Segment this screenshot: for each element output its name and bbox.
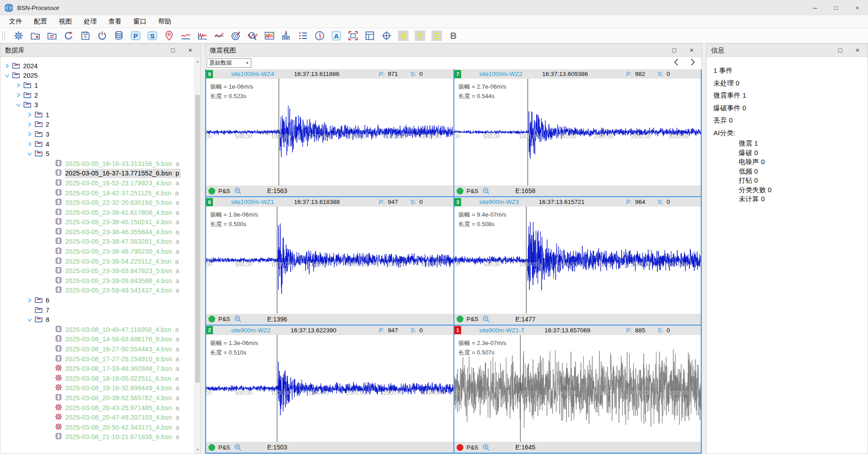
toolbar-drag-handle[interactable] (2, 31, 5, 40)
s-phase-icon[interactable]: S (146, 29, 158, 42)
info-icon[interactable] (313, 29, 326, 42)
ps-label[interactable]: P&S (218, 444, 230, 451)
fit-view-icon[interactable] (347, 29, 359, 42)
tree-file[interactable]: 2025-03-05_23-38-45.150241_4.bsna (0, 218, 200, 227)
data-type-dropdown[interactable]: 原始数据 ▼ (207, 58, 251, 68)
tree-file[interactable]: 2025-03-05_23-59-49.541437_4.bsna (0, 286, 200, 296)
chevron-down-icon[interactable] (27, 151, 33, 157)
menu-item-3[interactable]: 处理 (78, 15, 103, 28)
tree-file[interactable]: 2025-03-08_20-39-52.565782_4.bsna (0, 393, 200, 403)
scrollbar-thumb[interactable] (195, 95, 200, 383)
chevron-right-icon[interactable] (15, 92, 21, 98)
tree-file[interactable]: 2025-03-05_23-38-42.617808_4.bsna (0, 208, 200, 218)
prev-event-button[interactable] (674, 58, 679, 68)
chevron-right-icon[interactable] (4, 63, 10, 69)
chevron-right-icon[interactable] (27, 141, 33, 147)
menu-item-2[interactable]: 视图 (53, 15, 78, 28)
tree-file[interactable]: 2025-03-08_17-27-25.154910_6.bsna (0, 354, 200, 364)
tree-folder-5[interactable]: 5 (0, 149, 200, 159)
tree-file[interactable]: 2025-03-05_23-38-48.795230_4.bsna (0, 246, 200, 256)
zoom-in-icon[interactable] (234, 444, 242, 451)
zoom-in-icon[interactable] (482, 187, 490, 195)
database-icon[interactable] (113, 29, 125, 42)
tree-scrollbar[interactable]: ▲ ▼ (194, 57, 200, 454)
waveform-plot[interactable]: 0.00500.001000.001500.002000.002500.0030… (206, 79, 453, 185)
axis-y-icon[interactable]: Y (414, 29, 426, 42)
settings-icon[interactable] (12, 29, 24, 42)
tree-file[interactable]: 2025-03-08_20-50-42.343171_4.bsna (0, 422, 200, 432)
chevron-right-icon[interactable] (27, 122, 33, 128)
maximize-button[interactable]: □ (826, 0, 847, 15)
chevron-right-icon[interactable] (27, 298, 33, 303)
chevron-down-icon[interactable] (4, 73, 10, 79)
tree-folder-1[interactable]: 1 (0, 110, 200, 120)
tree-file[interactable]: 2025-03-08_21-10-21.671835_6.bsna (0, 432, 200, 442)
p-phase-icon[interactable]: P (129, 29, 142, 42)
tree-file[interactable]: 2025-03-08_20-43-25.971485_4.bsna (0, 403, 200, 413)
info-close-button[interactable]: × (856, 47, 859, 54)
histogram-icon[interactable] (280, 29, 292, 42)
ps-label[interactable]: P&S (467, 316, 478, 322)
tree-folder-2[interactable]: 2 (0, 90, 200, 100)
tree-file[interactable]: 2025-03-05_18-42-37.251125_4.bsna (0, 188, 200, 198)
menu-item-6[interactable]: 帮助 (152, 15, 177, 28)
zoom-in-icon[interactable] (482, 444, 490, 451)
new-folder-icon[interactable] (29, 29, 41, 42)
waveform-plot[interactable]: 0.00500.001000.001500.002000.002500.0030… (206, 207, 453, 313)
chevron-down-icon[interactable] (15, 102, 21, 108)
site-name[interactable]: site1000m-WZ4 (231, 71, 274, 77)
ps-label[interactable]: P&S (467, 188, 478, 194)
tree-file[interactable]: 2025-03-08_16-27-50.554443_4.bsna (0, 344, 200, 354)
zoom-in-icon[interactable] (482, 315, 490, 323)
tree-file[interactable]: 2025-03-08_18-16-05.022511_6.bsna (0, 374, 200, 383)
tree-folder-3[interactable]: 3 (0, 129, 200, 139)
tree-file[interactable]: 2025-03-08_19-16-32.899449_4.bsna (0, 383, 200, 393)
seismic-maximize-button[interactable]: □ (672, 47, 676, 54)
report-icon[interactable] (363, 29, 376, 42)
wave-threshold-icon[interactable] (263, 29, 275, 42)
waveform-plot[interactable]: 0.00500.001000.001500.002000.002500.0030… (454, 335, 701, 442)
tree-file[interactable]: 2025-03-05_16-16-33.313156_5.bsna (0, 159, 200, 169)
axis-x-icon[interactable]: X (397, 29, 409, 42)
ps-label[interactable]: P&S (218, 316, 230, 322)
site-name[interactable]: site900m-WZ1-T (479, 327, 525, 334)
chevron-right-icon[interactable] (27, 112, 33, 118)
ps-label[interactable]: P&S (467, 444, 478, 451)
tree-file[interactable]: 2025-03-05_23-39-05.843588_4.bsna (0, 276, 200, 286)
tree-file[interactable]: 2025-03-05_16-52-23.179923_4.bsna (0, 178, 200, 188)
tree-file[interactable]: 2025-03-08_20-47-49.207103_4.bsna (0, 412, 200, 422)
chevron-right-icon[interactable] (15, 82, 21, 88)
text-annotation-icon[interactable]: A (330, 29, 342, 42)
next-event-button[interactable] (690, 58, 695, 68)
site-name[interactable]: site900m-WZ3 (479, 199, 519, 205)
wave-zoom-icon[interactable] (246, 29, 259, 42)
chevron-down-icon[interactable] (27, 317, 33, 323)
tree-folder-3[interactable]: 3 (0, 100, 200, 110)
tree-folder-6[interactable]: 6 (0, 295, 200, 305)
event-list-icon[interactable] (297, 29, 309, 42)
waveform-smooth-icon[interactable] (179, 29, 192, 42)
seismic-close-button[interactable]: × (690, 47, 693, 54)
minimize-button[interactable]: ─ (804, 0, 826, 15)
info-maximize-button[interactable]: □ (838, 47, 842, 54)
waveform-plot[interactable]: 0.00500.001000.001500.002000.002500.0030… (454, 207, 701, 313)
tree-file[interactable]: 2025-03-05_23-38-46.355844_4.bsna (0, 227, 200, 237)
waveform-plot[interactable]: 0.00500.001000.001500.002000.002500.0030… (206, 335, 453, 442)
close-button[interactable]: × (847, 0, 868, 15)
refresh-icon[interactable] (62, 29, 75, 42)
open-data-icon[interactable] (46, 29, 58, 42)
ps-label[interactable]: P&S (218, 188, 230, 194)
database-maximize-button[interactable]: □ (171, 47, 175, 54)
power-icon[interactable] (96, 29, 108, 42)
chevron-right-icon[interactable] (27, 131, 33, 137)
zoom-in-icon[interactable] (234, 315, 242, 323)
tree-folder-1[interactable]: 1 (0, 80, 200, 90)
tree-folder-8[interactable]: 8 (0, 315, 200, 325)
bold-b-icon[interactable]: B (447, 29, 459, 42)
tree-folder-2024[interactable]: 2024 (0, 61, 200, 71)
zoom-in-icon[interactable] (234, 187, 242, 195)
menu-item-5[interactable]: 窗口 (127, 15, 152, 28)
axis-z-icon[interactable]: Z (430, 29, 443, 42)
tree-file[interactable]: 2025-03-05_16-37-13.771552_6.bsnp (0, 169, 200, 179)
menu-item-1[interactable]: 配置 (28, 15, 53, 28)
